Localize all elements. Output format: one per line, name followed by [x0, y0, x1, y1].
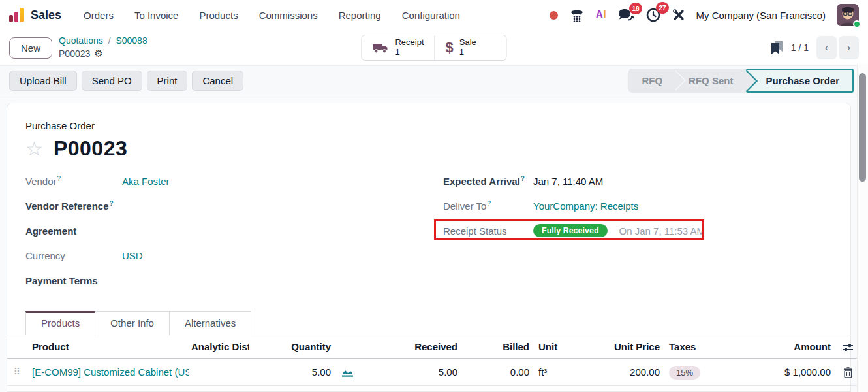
online-status-dot	[853, 20, 861, 28]
sale-count: 1	[459, 48, 476, 57]
col-taxes[interactable]: Taxes	[662, 335, 734, 359]
vendor-label: Vendor?	[25, 175, 122, 187]
deliver-to-value[interactable]: YourCompany: Receipts	[533, 201, 638, 212]
receipt-status-label: Receipt Status	[443, 225, 533, 237]
send-po-button[interactable]: Send PO	[82, 71, 142, 91]
cell-quantity[interactable]: 5.00	[249, 359, 333, 386]
sale-label: Sale	[459, 38, 476, 48]
order-lines-table: Product Analytic Distri... Quantity Rece…	[7, 335, 862, 386]
fully-received-badge: Fully Received	[533, 224, 608, 237]
pager: 1 / 1 ‹ ›	[771, 36, 859, 59]
doc-type-label: Purchase Order	[25, 120, 850, 131]
statusbar: RFQ RFQ Sent Purchase Order	[628, 69, 854, 93]
col-unit-price[interactable]: Unit Price	[565, 335, 662, 359]
col-billed[interactable]: Billed	[460, 335, 532, 359]
truck-icon	[372, 41, 389, 54]
col-unit[interactable]: Unit	[532, 335, 565, 359]
currency-label: Currency	[25, 250, 122, 261]
cell-received[interactable]: 5.00	[361, 359, 460, 386]
expected-arrival-label: Expected Arrival?	[443, 175, 533, 187]
debug-tools-icon[interactable]	[672, 8, 685, 22]
company-switcher[interactable]: My Company (San Francisco)	[696, 10, 826, 21]
bookmark-icon[interactable]	[771, 41, 783, 55]
messages-icon[interactable]: 18	[617, 8, 634, 22]
col-received[interactable]: Received	[361, 335, 460, 359]
col-quantity[interactable]: Quantity	[249, 335, 333, 359]
receipt-label: Receipt	[395, 38, 424, 48]
action-band: Upload Bill Send PO Print Cancel RFQ RFQ…	[0, 65, 868, 95]
menu-to-invoice[interactable]: To Invoice	[134, 10, 179, 21]
breadcrumb: Quotations / S00088 P00023 ⚙	[59, 35, 147, 60]
breadcrumb-separator: /	[108, 35, 111, 46]
order-line-row: ⠿ [E-COM99] Customized Cabinet (USA) 5.0…	[7, 359, 862, 386]
smart-buttons: Receipt1 $ Sale1	[361, 35, 506, 61]
form-sheet: Purchase Order ☆ P00023 Vendor? Aka Fost…	[7, 103, 851, 392]
tab-alternatives[interactable]: Alternatives	[170, 311, 251, 335]
breadcrumb-s00088[interactable]: S00088	[116, 35, 147, 46]
messages-badge: 18	[629, 3, 642, 14]
payment-terms-label: Payment Terms	[25, 275, 122, 286]
forecast-chart-icon[interactable]	[341, 368, 354, 378]
breadcrumb-quotations[interactable]: Quotations	[59, 35, 103, 46]
tab-other-info[interactable]: Other Info	[95, 311, 170, 335]
print-button[interactable]: Print	[147, 71, 188, 91]
vendor-reference-label: Vendor Reference?	[25, 200, 122, 212]
cell-billed[interactable]: 0.00	[460, 359, 532, 386]
optional-columns-icon[interactable]	[842, 343, 854, 352]
activities-badge: 27	[656, 2, 668, 14]
delete-trash-icon[interactable]	[843, 367, 853, 378]
receipt-smart-button[interactable]: Receipt1	[362, 35, 434, 60]
sales-app-logo-icon[interactable]	[9, 8, 24, 22]
upload-bill-button[interactable]: Upload Bill	[9, 71, 77, 91]
voip-phone-icon[interactable]	[569, 8, 585, 22]
gear-icon[interactable]: ⚙	[94, 47, 102, 60]
activities-clock-icon[interactable]: 27	[645, 7, 661, 23]
recording-dot-icon	[550, 11, 558, 20]
agreement-label: Agreement	[25, 225, 122, 237]
deliver-to-label: Deliver To?	[443, 200, 533, 212]
col-product[interactable]: Product	[27, 335, 189, 359]
tax-pill[interactable]: 15%	[669, 366, 700, 380]
menu-commissions[interactable]: Commissions	[259, 10, 318, 21]
status-step-purchase-order[interactable]: Purchase Order	[746, 69, 854, 93]
form-left-column: Vendor? Aka Foster Vendor Reference? Agr…	[25, 174, 443, 298]
currency-value[interactable]: USD	[122, 250, 143, 261]
ai-icon[interactable]: AI	[596, 9, 606, 21]
doc-number: P00023	[54, 137, 127, 161]
cell-unit: ft³	[532, 359, 565, 386]
dollar-icon: $	[446, 39, 454, 56]
cancel-button[interactable]: Cancel	[192, 71, 243, 91]
scrollbar-track[interactable]	[857, 64, 868, 392]
menu-reporting[interactable]: Reporting	[339, 10, 381, 21]
col-amount[interactable]: Amount	[734, 335, 833, 359]
pager-next-button[interactable]: ›	[839, 36, 859, 59]
table-header-row: Product Analytic Distri... Quantity Rece…	[7, 335, 862, 359]
tab-products[interactable]: Products	[25, 311, 95, 335]
app-name[interactable]: Sales	[31, 8, 61, 22]
receipt-status-date: On Jan 7, 11:53 AM	[619, 225, 705, 237]
receipt-count: 1	[395, 48, 424, 57]
sale-smart-button[interactable]: $ Sale1	[435, 35, 506, 60]
user-avatar[interactable]	[837, 4, 859, 26]
menu-configuration[interactable]: Configuration	[402, 10, 460, 21]
notebook-tabs: Products Other Info Alternatives	[7, 311, 850, 335]
top-navbar: Sales Orders To Invoice Products Commiss…	[0, 0, 868, 30]
expected-arrival-value[interactable]: Jan 7, 11:40 AM	[533, 176, 603, 187]
vendor-value[interactable]: Aka Foster	[122, 176, 170, 187]
menu-orders[interactable]: Orders	[84, 10, 114, 21]
cell-unit-price[interactable]: 200.00	[565, 359, 662, 386]
drag-handle[interactable]: ⠿	[7, 359, 27, 386]
scrollbar-thumb[interactable]	[859, 73, 866, 182]
cell-analytic[interactable]	[189, 359, 249, 386]
new-button[interactable]: New	[9, 37, 52, 59]
col-analytic[interactable]: Analytic Distri...	[189, 335, 249, 359]
form-right-column: Expected Arrival? Jan 7, 11:40 AM Delive…	[443, 174, 850, 298]
breadcrumb-current: P00023	[59, 48, 90, 60]
pager-count: 1 / 1	[791, 42, 809, 53]
control-panel: New Quotations / S00088 P00023 ⚙ Receipt…	[0, 30, 868, 65]
favorite-star-icon[interactable]: ☆	[25, 139, 43, 159]
menu-products[interactable]: Products	[199, 10, 238, 21]
cell-amount: $ 1,000.00	[734, 359, 833, 386]
product-link[interactable]: [E-COM99] Customized Cabinet (USA)	[32, 367, 189, 378]
pager-previous-button[interactable]: ‹	[816, 36, 837, 59]
